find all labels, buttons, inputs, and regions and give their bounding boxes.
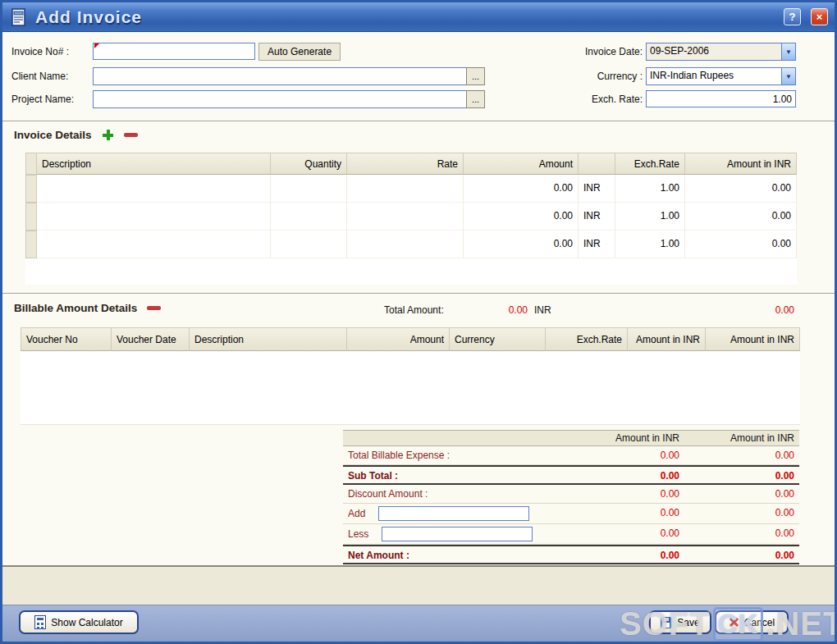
col-description: Description (190, 327, 347, 351)
row-value-2: 0.00 (684, 485, 799, 504)
help-button[interactable]: ? (784, 8, 801, 25)
cell-rate[interactable] (347, 175, 464, 203)
invoice-date-label: Invoice Date: (572, 46, 643, 57)
remove-row-icon[interactable] (124, 133, 138, 137)
row-label: Total Billable Expense : (343, 446, 548, 465)
cell-description[interactable] (37, 231, 271, 258)
cell-exch-rate[interactable]: 1.00 (615, 231, 685, 258)
col-amount-in-inr: Amount in INR (628, 327, 706, 351)
summary-row-total-billable: Total Billable Expense : 0.00 0.00 (343, 446, 799, 465)
summary-row-add: Add 0.00 0.00 (343, 504, 799, 524)
invoice-document-icon (9, 7, 29, 27)
row-value-2: 0.00 (684, 545, 799, 564)
exch-rate-input[interactable] (646, 90, 796, 107)
client-browse-button[interactable]: ... (466, 67, 485, 85)
row-label: Discount Amount : (343, 485, 548, 504)
save-button[interactable]: Save (649, 610, 711, 634)
summary-header-blank (343, 430, 548, 446)
billable-details-header: Billable Amount Details (14, 302, 161, 314)
invoice-details-title: Invoice Details (14, 129, 92, 141)
window-title: Add Invoice (35, 7, 777, 27)
col-amount-in-inr-2: Amount in INR (706, 327, 800, 351)
billable-details-title: Billable Amount Details (14, 302, 137, 314)
total-amount-label: Total Amount: (384, 304, 444, 316)
cell-amount[interactable]: 0.00 (464, 231, 579, 258)
billable-table-header: Voucher No Voucher Date Description Amou… (21, 327, 800, 351)
col-currency: Currency (450, 327, 546, 351)
col-description: Description (37, 153, 271, 175)
summary-header: Amount in INR Amount in INR (343, 430, 799, 446)
cell-quantity[interactable] (271, 203, 347, 231)
add-row-icon[interactable] (102, 129, 114, 141)
cancel-button[interactable]: Cancel (715, 610, 789, 634)
add-label: Add (348, 505, 365, 523)
cell-amount-in-inr: 0.00 (685, 231, 797, 258)
col-amount: Amount (464, 153, 579, 175)
invoice-details-table: Description Quantity Rate Amount Exch.Ra… (25, 153, 797, 285)
currency-value: INR-Indian Rupees (647, 68, 781, 84)
project-browse-button[interactable]: ... (466, 90, 485, 108)
cancel-label: Cancel (744, 617, 775, 628)
col-exch-rate: Exch.Rate (615, 153, 685, 175)
invoice-date-dropdown[interactable]: 09-SEP-2006 (646, 43, 796, 61)
cell-quantity[interactable] (271, 175, 347, 203)
chevron-down-icon[interactable] (781, 68, 795, 84)
cell-amount[interactable]: 0.00 (464, 175, 579, 203)
row-selector[interactable] (25, 231, 37, 258)
col-amount-in-inr: Amount in INR (685, 153, 797, 175)
col-rate: Rate (347, 153, 464, 175)
row-value-2: 0.00 (684, 446, 799, 465)
row-value-1: 0.00 (548, 485, 684, 504)
total-amount-in-inr: 0.00 (743, 304, 794, 316)
separator (2, 293, 835, 295)
client-name-input[interactable] (93, 67, 466, 85)
close-button[interactable]: × (811, 8, 828, 25)
cell-rate[interactable] (347, 203, 464, 231)
invoice-table-row: 0.00 INR 1.00 0.00 (25, 203, 797, 231)
summary-row-discount: Discount Amount : 0.00 0.00 (343, 485, 799, 504)
invoice-table-row: 0.00 INR 1.00 0.00 (25, 175, 797, 203)
auto-generate-button[interactable]: Auto Generate (258, 43, 341, 61)
add-amount-input[interactable] (378, 506, 529, 521)
row-selector[interactable] (25, 203, 37, 231)
cell-exch-rate[interactable]: 1.00 (615, 203, 685, 231)
project-name-field: ... (93, 90, 485, 108)
chevron-down-icon[interactable] (781, 43, 795, 60)
col-voucher-date: Voucher Date (112, 327, 190, 351)
show-calculator-label: Show Calculator (51, 617, 122, 628)
summary-row-less: Less 0.00 0.00 (343, 524, 799, 545)
col-quantity: Quantity (271, 153, 347, 175)
cell-exch-rate[interactable]: 1.00 (615, 175, 685, 203)
row-selector[interactable] (25, 175, 37, 203)
invoice-details-header: Invoice Details (14, 129, 138, 141)
footer-spacer (2, 565, 835, 605)
cell-description[interactable] (37, 203, 271, 231)
row-label: Sub Total : (343, 465, 548, 485)
summary-header-amount-inr: Amount in INR (548, 430, 684, 446)
cell-amount[interactable]: 0.00 (464, 203, 579, 231)
cell-quantity[interactable] (271, 231, 347, 258)
less-label: Less (348, 525, 368, 543)
row-value-2: 0.00 (684, 465, 799, 485)
calculator-icon (34, 615, 46, 629)
client-name-field: ... (93, 67, 485, 85)
remove-voucher-icon[interactable] (147, 306, 161, 310)
billable-table-empty-area (21, 351, 800, 425)
total-amount-value: 0.00 (488, 304, 528, 316)
show-calculator-button[interactable]: Show Calculator (19, 610, 139, 634)
exch-rate-label: Exch. Rate: (572, 94, 643, 105)
row-value-1: 0.00 (548, 465, 684, 485)
currency-dropdown[interactable]: INR-Indian Rupees (646, 67, 796, 85)
required-marker-icon (94, 43, 99, 48)
cell-description[interactable] (37, 175, 271, 203)
row-label: Net Amount : (343, 545, 548, 564)
separator (2, 121, 835, 122)
currency-label: Currency : (572, 71, 643, 82)
cell-amount-in-inr: 0.00 (685, 203, 797, 231)
invoice-no-input[interactable] (93, 43, 255, 60)
cell-rate[interactable] (347, 231, 464, 258)
row-value-1: 0.00 (548, 524, 684, 545)
invoice-table-row: 0.00 INR 1.00 0.00 (25, 231, 797, 258)
less-amount-input[interactable] (382, 527, 533, 541)
project-name-input[interactable] (93, 90, 466, 108)
